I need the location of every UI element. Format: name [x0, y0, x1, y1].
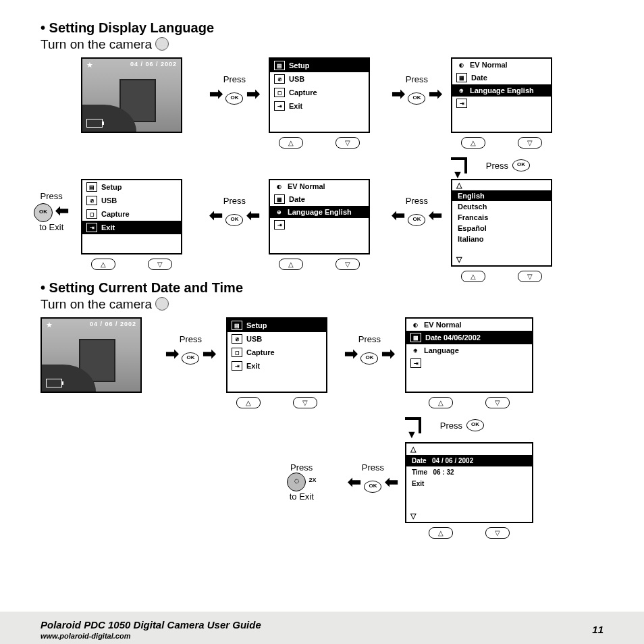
arrow-left-icon: ⬅ — [209, 206, 223, 224]
nav-up-button[interactable]: △ — [429, 397, 453, 408]
arrow-right-icon: ➡ — [203, 344, 216, 363]
list-item[interactable]: Español — [452, 223, 551, 234]
globe-icon: ⊕ — [456, 86, 466, 95]
ok-button[interactable]: OK — [364, 481, 381, 493]
press-label: Press — [287, 462, 316, 473]
nav-up-button[interactable]: △ — [461, 137, 485, 149]
nav-up-button[interactable]: △ — [279, 259, 303, 270]
exit-icon: ⇥ — [86, 223, 97, 232]
power-icon — [155, 297, 169, 311]
lcd-date: 04 / 06 / 2002 — [130, 61, 177, 68]
section1-sub: Turn on the camera — [41, 37, 603, 52]
battery-icon — [86, 119, 103, 128]
press-label: Press — [209, 196, 260, 206]
arrow-right-icon: ➡ — [246, 84, 260, 103]
nav-down-button[interactable]: ▽ — [336, 137, 360, 149]
ok-button[interactable]: OK — [512, 159, 530, 171]
list-up-icon: △ — [452, 180, 551, 190]
ev-icon: ◐ — [274, 182, 284, 190]
ok-button[interactable]: OK — [225, 92, 243, 105]
setup-icon: ▤ — [274, 61, 285, 70]
ok-button[interactable]: OK — [225, 214, 243, 226]
globe-icon: ⊕ — [410, 346, 420, 354]
press-label: Press — [209, 74, 260, 84]
camera-lcd: ★ 04 / 06 / 2002 — [41, 317, 142, 393]
setup-menu-exit: ▤Setup ⎚USB ◻Capture ⇥Exit — [81, 179, 182, 254]
list-down-icon: ▽ — [410, 512, 416, 520]
arrow-right-icon: ➡ — [209, 84, 223, 103]
setup-menu: ▤Setup ⎚USB ◻Capture ⇥Exit — [269, 57, 370, 133]
power-icon — [155, 37, 169, 51]
nav-down-button[interactable]: ▽ — [518, 271, 542, 282]
camera-lcd: ★ 04 / 06 / 2002 — [81, 57, 182, 133]
to-exit-label: to Exit — [287, 491, 316, 502]
setup-menu: ▤Setup ⎚USB ◻Capture ⇥Exit — [226, 317, 327, 393]
capture-icon: ◻ — [274, 88, 285, 97]
setup-icon: ▤ — [232, 321, 242, 330]
list-down-icon: ▽ — [456, 255, 462, 264]
press-label: Press — [165, 334, 216, 344]
ok-button[interactable]: OK — [360, 352, 378, 365]
section2-sub: Turn on the camera — [41, 297, 603, 312]
press-label: Press — [440, 421, 462, 431]
press-label: Press — [348, 462, 398, 473]
exit-icon: ⇥ — [232, 361, 242, 371]
ok-button[interactable]: OK — [408, 214, 425, 226]
nav-up-button[interactable]: △ — [236, 397, 261, 408]
usb-icon: ⎚ — [86, 196, 97, 205]
ok-button[interactable]: OK — [182, 352, 199, 365]
star-icon: ★ — [86, 61, 93, 70]
lcd-date: 04 / 06 / 2002 — [90, 321, 136, 327]
page-number: 11 — [592, 624, 603, 635]
date-icon: ▦ — [456, 73, 467, 82]
setup-icon: ▤ — [86, 182, 97, 192]
language-menu: ◐EV Normal ▦Date ⊕Language English ⇥ — [451, 57, 552, 133]
press-label: Press — [486, 161, 508, 171]
nav-down-button[interactable]: ▽ — [293, 397, 317, 408]
nav-up-button[interactable]: △ — [429, 527, 453, 539]
language-menu: ◐EV Normal ▦Date ⊕Language English ⇥ — [269, 179, 370, 254]
language-list[interactable]: △ English Deutsch Francais Español Itali… — [451, 179, 552, 267]
star-icon: ★ — [46, 321, 53, 329]
press-label: Press — [392, 196, 442, 206]
arrow-left-icon: ⬅ — [429, 206, 442, 224]
list-item[interactable]: Italiano — [452, 234, 551, 244]
exit-icon: ⇥ — [274, 220, 285, 230]
nav-down-button[interactable]: ▽ — [518, 137, 542, 149]
footer-url: www.polaroid-digital.com — [41, 632, 261, 640]
usb-icon: ⎚ — [232, 334, 242, 344]
arrow-left-icon: ⬅ — [246, 206, 260, 224]
exit-icon: ⇥ — [410, 358, 421, 368]
battery-icon — [46, 379, 62, 387]
nav-up-button[interactable]: △ — [461, 271, 485, 282]
section1-title: • Setting Display Language — [41, 20, 603, 36]
date-icon: ▦ — [410, 333, 421, 342]
arrow-left-icon: ⬅ — [385, 473, 398, 491]
nav-up-button[interactable]: △ — [91, 259, 115, 270]
ok-button[interactable]: OK — [34, 203, 53, 222]
nav-up-button[interactable]: △ — [279, 137, 303, 149]
nav-down-button[interactable]: ▽ — [485, 397, 510, 408]
capture-icon: ◻ — [232, 348, 242, 357]
arrow-left-icon: ⬅ — [348, 473, 361, 491]
press-label: Press — [344, 334, 395, 344]
nav-down-button[interactable]: ▽ — [148, 259, 172, 270]
page-footer: Polaroid PDC 1050 Digital Camera User Gu… — [0, 612, 644, 644]
timer-button[interactable]: ◌ — [287, 473, 306, 491]
nav-down-button[interactable]: ▽ — [336, 259, 360, 270]
ev-icon: ◐ — [410, 321, 420, 329]
arrow-right-icon: ➡ — [344, 344, 358, 363]
list-up-icon: △ — [406, 444, 532, 455]
ok-button[interactable]: OK — [408, 92, 425, 105]
nav-down-button[interactable]: ▽ — [485, 527, 510, 539]
press-label: Press — [34, 191, 69, 201]
capture-icon: ◻ — [86, 209, 97, 219]
list-item[interactable]: Francais — [452, 212, 551, 223]
ok-button[interactable]: OK — [466, 419, 484, 431]
ev-icon: ◐ — [456, 61, 466, 69]
section2-title: • Setting Current Date and Time — [41, 280, 603, 296]
arrow-right-icon: ➡ — [165, 344, 179, 363]
list-item[interactable]: Deutsch — [452, 201, 551, 212]
list-item[interactable]: English — [452, 190, 551, 201]
press-label: Press — [392, 74, 442, 84]
